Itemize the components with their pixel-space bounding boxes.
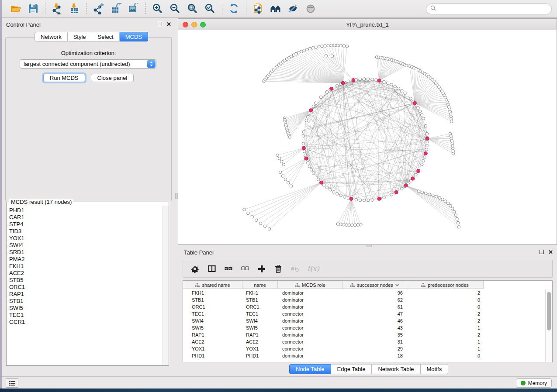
tab-edge-table[interactable]: Edge Table (331, 364, 372, 374)
table-cell[interactable]: dominator (278, 331, 343, 338)
mcds-result-item[interactable]: STP4 (9, 221, 162, 228)
column-header-MCDS-role[interactable]: MCDS role (278, 281, 343, 289)
save-session-button[interactable] (26, 2, 41, 16)
export-network-button[interactable] (91, 2, 106, 16)
clone-network-button[interactable] (251, 2, 266, 16)
tab-network-table[interactable]: Network Table (372, 364, 420, 374)
table-row[interactable]: YOX1YOX1connector291 (183, 345, 545, 352)
table-cell[interactable]: connector (278, 338, 343, 345)
mcds-result-item[interactable]: PHD1 (9, 207, 162, 214)
mcds-result-item[interactable]: TEC1 (9, 312, 162, 319)
delete-column-button[interactable] (272, 262, 285, 275)
table-cell[interactable]: dominator (278, 296, 343, 303)
mcds-result-item[interactable]: ORC1 (9, 284, 162, 291)
table-cell[interactable]: 0 (406, 352, 484, 359)
first-neighbors-button[interactable] (268, 2, 283, 16)
table-cell[interactable]: 61 (343, 303, 406, 310)
optimization-criterion-select[interactable]: largest connected component (undirected) (20, 59, 156, 69)
close-panel-icon[interactable]: ✕ (166, 21, 172, 27)
table-cell[interactable]: connector (278, 324, 343, 331)
table-cell[interactable]: FKH1 (242, 289, 278, 296)
table-cell[interactable]: 1 (406, 324, 484, 331)
mcds-result-item[interactable]: CAR1 (9, 214, 162, 221)
mcds-result-item[interactable]: GCR1 (9, 319, 162, 326)
mcds-result-item[interactable]: RAP1 (9, 291, 162, 298)
float-panel-icon[interactable] (157, 21, 163, 27)
table-cell[interactable]: dominator (278, 317, 343, 324)
settings-button[interactable] (189, 262, 202, 275)
table-row[interactable]: SWI4SWI4dominator462 (183, 317, 545, 324)
search-input[interactable] (438, 6, 547, 12)
close-panel-button[interactable]: Close panel (91, 74, 134, 82)
memory-button[interactable]: Memory (516, 378, 552, 388)
import-network-button[interactable] (50, 2, 65, 16)
tab-style[interactable]: Style (68, 32, 92, 41)
table-cell[interactable]: 1 (406, 345, 484, 352)
refresh-button[interactable] (227, 2, 242, 16)
table-cell[interactable]: PHD1 (183, 352, 242, 359)
mcds-result-list[interactable]: PHD1CAR1STP4TID3YOX1SWI4SRD1PMA2FKH1ACE2… (7, 206, 162, 365)
table-cell[interactable]: 46 (343, 317, 406, 324)
table-row[interactable]: ORC1ORC1dominator610 (183, 303, 545, 310)
table-cell[interactable]: SWI5 (183, 324, 242, 331)
mcds-result-item[interactable]: TID3 (9, 228, 162, 235)
float-table-panel-icon[interactable] (539, 249, 544, 255)
zoom-out-button[interactable] (168, 2, 183, 16)
table-cell[interactable]: 18 (343, 352, 406, 359)
table-cell[interactable]: YOX1 (242, 345, 278, 352)
hide-selected-button[interactable] (286, 2, 301, 16)
table-cell[interactable]: 2 (406, 289, 484, 296)
mcds-result-item[interactable]: SWI4 (9, 242, 162, 249)
table-cell[interactable]: connector (278, 345, 343, 352)
tab-network[interactable]: Network (35, 32, 68, 41)
table-cell[interactable]: ACE2 (242, 338, 278, 345)
mcds-result-item[interactable]: YOX1 (9, 235, 162, 242)
mcds-result-item[interactable]: SRD1 (9, 249, 162, 256)
table-cell[interactable]: 2 (406, 310, 484, 317)
search-box[interactable] (426, 3, 552, 14)
mcds-result-item[interactable]: FKH1 (9, 263, 162, 270)
column-header-predecessor-nodes[interactable]: predecessor nodes (406, 281, 484, 289)
table-cell[interactable]: dominator (278, 352, 343, 359)
table-cell[interactable]: 2 (406, 331, 484, 338)
zoom-in-button[interactable] (150, 2, 165, 16)
table-cell[interactable]: YOX1 (183, 345, 242, 352)
table-row[interactable]: PHD1PHD1dominator180 (183, 352, 545, 359)
close-table-panel-icon[interactable]: ✕ (548, 249, 554, 255)
add-column-button[interactable] (255, 262, 268, 275)
deselect-all-checkboxes-button[interactable] (239, 262, 252, 275)
mcds-result-item[interactable]: PMA2 (9, 256, 162, 263)
column-header-shared-name[interactable]: shared name (183, 281, 242, 289)
table-cell[interactable]: SWI4 (242, 317, 278, 324)
column-header-name[interactable]: name (242, 281, 278, 289)
import-table-button[interactable] (67, 2, 82, 16)
tab-mcds[interactable]: MCDS (120, 32, 148, 41)
table-cell[interactable]: ORC1 (183, 303, 242, 310)
table-cell[interactable]: SWI5 (242, 324, 278, 331)
table-cell[interactable]: RAP1 (183, 331, 242, 338)
mcds-result-item[interactable]: ACE2 (9, 270, 162, 277)
table-row[interactable]: TEC1TEC1connector472 (183, 310, 545, 317)
table-row[interactable]: ACE2ACE2connector311 (183, 338, 545, 345)
table-cell[interactable]: ACE2 (183, 338, 242, 345)
run-mcds-button[interactable]: Run MCDS (43, 74, 85, 82)
zoom-selected-button[interactable] (203, 2, 218, 16)
table-cell[interactable]: RAP1 (242, 331, 278, 338)
table-cell[interactable]: FKH1 (183, 289, 242, 296)
table-cell[interactable]: 29 (343, 345, 406, 352)
table-scrollbar[interactable] (545, 289, 552, 362)
export-table-button[interactable] (109, 2, 124, 16)
table-row[interactable]: SWI5SWI5connector431 (183, 324, 545, 331)
select-all-checkboxes-button[interactable] (222, 262, 235, 275)
table-cell[interactable]: 31 (343, 338, 406, 345)
table-cell[interactable]: 0 (406, 303, 484, 310)
table-cell[interactable]: STB1 (183, 296, 242, 303)
table-cell[interactable]: 43 (343, 324, 406, 331)
tab-select[interactable]: Select (92, 32, 120, 41)
mcds-result-item[interactable]: STB5 (9, 277, 162, 284)
table-cell[interactable]: 96 (343, 289, 406, 296)
table-scrollbar-thumb[interactable] (547, 292, 551, 330)
table-cell[interactable]: STB1 (242, 296, 278, 303)
table-cell[interactable]: 2 (406, 317, 484, 324)
tab-motifs[interactable]: Motifs (421, 364, 449, 374)
